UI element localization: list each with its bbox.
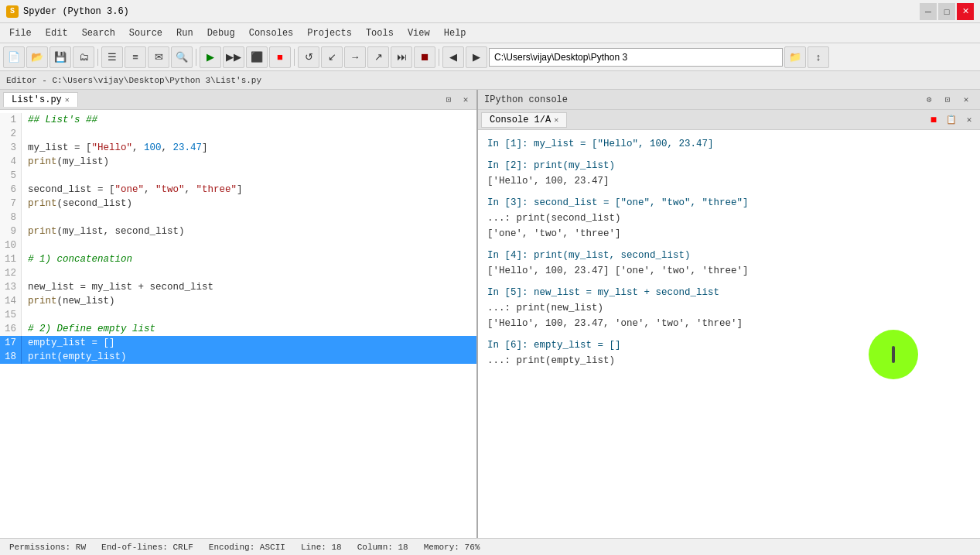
run-cell-button[interactable]: ⬛ [246,46,268,68]
code-line-10: 10 [0,238,476,252]
code-line-5: 5 [0,169,476,183]
code-line-18: 18 print(empty_list) [0,350,476,364]
console-block-4: In [4]: print(my_list, second_list) ['He… [487,248,971,279]
search-toolbar-button[interactable]: 🔍 [171,46,193,68]
code-line-14: 14 print(new_list) [0,294,476,308]
menu-debug[interactable]: Debug [201,26,241,40]
separator-1 [97,49,98,66]
separator-4 [439,49,439,66]
editor-tab-lists[interactable]: List's.py ✕ [3,92,78,107]
console-close-button[interactable]: ✕ [958,92,974,108]
console-undock-button[interactable]: ⊡ [940,92,955,108]
editor-tab-close[interactable]: ✕ [65,95,70,104]
menu-help[interactable]: Help [438,26,473,40]
menu-projects[interactable]: Projects [301,26,358,40]
preferences-button[interactable]: ☰ [101,46,123,68]
code-line-16: 16 # 2) Define empty list [0,322,476,336]
console-settings-button[interactable]: ⚙ [921,92,937,108]
console-block-1: In [1]: my_list = ["Hello", 100, 23.47] [487,136,971,152]
sync-button[interactable]: ↕ [808,46,829,68]
editor-path-bar: Editor - C:\Users\vijay\Desktop\Python 3… [0,71,980,90]
console-interrupt-button[interactable]: ✕ [961,112,977,128]
ipython-pane: IPython console ⚙ ⊡ ✕ Console 1/A ✕ ■ 📋 … [478,90,980,538]
console-block-3: In [3]: second_list = ["one", "two", "th… [487,195,971,242]
run-button[interactable]: ▶ [200,46,221,68]
menu-view[interactable]: View [401,26,436,40]
console-tabs-bar: Console 1/A ✕ ■ 📋 ✕ [478,110,980,130]
code-line-11: 11 # 1) concatenation [0,252,476,266]
code-line-17: 17 empty_list = [] [0,336,476,350]
save-file-button[interactable]: 💾 [50,46,71,68]
code-line-13: 13 new_list = my_list + second_list [0,280,476,294]
code-line-4: 4 print(my_list) [0,155,476,169]
forward-button[interactable]: ▶ [466,46,487,68]
new-file-button[interactable]: 📄 [3,46,25,68]
console-block-5: In [5]: new_list = my_list + second_list… [487,285,971,331]
code-line-2: 2 [0,127,476,141]
code-line-1: 1 ## List's ## [0,113,476,127]
menu-tools[interactable]: Tools [360,26,400,40]
step-into-button[interactable]: ↙ [321,46,343,68]
status-eol: End-of-lines: CRLF [101,543,193,552]
menu-source[interactable]: Source [123,26,169,40]
code-line-7: 7 print(second_list) [0,197,476,211]
status-encoding: Encoding: ASCII [209,543,285,552]
code-line-6: 6 second_list = ["one", "two", "three"] [0,183,476,197]
editor-close-pane-button[interactable]: ✕ [458,92,473,108]
open-file-button[interactable]: 📂 [26,46,48,68]
path-input[interactable] [489,48,783,67]
menu-edit[interactable]: Edit [39,26,74,40]
editor-tab-actions: ⊡ ✕ [441,92,473,108]
code-line-3: 3 my_list = ["Hello", 100, 23.47] [0,141,476,155]
console-block-2: In [2]: print(my_list) ['Hello', 100, 23… [487,158,971,189]
console-tab-close[interactable]: ✕ [554,115,558,125]
main-area: List's.py ✕ ⊡ ✕ 1 ## List's ## 2 3 my_li [0,90,980,538]
status-column: Column: 18 [357,543,408,552]
status-memory: Memory: 76% [424,543,480,552]
separator-2 [196,49,196,66]
continue-button[interactable]: ⏭ [391,46,412,68]
code-line-12: 12 [0,266,476,280]
titlebar: S Spyder (Python 3.6) ─ □ ✕ [0,0,980,23]
console-tab-1[interactable]: Console 1/A ✕ [481,112,567,128]
editor-tab-label: List's.py [12,94,62,105]
ipython-title: IPython console [484,94,568,105]
console-header-actions: ⚙ ⊡ ✕ [921,92,974,108]
stop-debug-button[interactable]: ⏹ [414,46,435,68]
step-over-button[interactable]: → [344,46,366,68]
minimize-button[interactable]: ─ [920,3,937,20]
code-line-9: 9 print(my_list, second_list) [0,224,476,238]
browse-button[interactable]: 📁 [784,46,806,68]
code-editor[interactable]: 1 ## List's ## 2 3 my_list = ["Hello", 1… [0,110,476,538]
editor-tabs: List's.py ✕ ⊡ ✕ [0,90,476,110]
outline-button[interactable]: ≡ [125,46,146,68]
console-clear-button[interactable]: 📋 [944,112,959,128]
console-stop-button[interactable]: ■ [926,112,941,128]
email-button[interactable]: ✉ [148,46,169,68]
status-bar: Permissions: RW End-of-lines: CRLF Encod… [0,538,980,555]
code-line-15: 15 [0,308,476,322]
save-all-button[interactable]: 🗂 [73,46,94,68]
menu-file[interactable]: File [3,26,38,40]
menu-run[interactable]: Run [170,26,200,40]
status-line: Line: 18 [301,543,342,552]
editor-undock-button[interactable]: ⊡ [441,92,456,108]
status-permissions: Permissions: RW [9,543,86,552]
stop-button[interactable]: ■ [269,46,291,68]
close-button[interactable]: ✕ [957,3,974,20]
run-file-button[interactable]: ▶▶ [223,46,244,68]
menu-search[interactable]: Search [76,26,121,40]
app-title: Spyder (Python 3.6) [23,6,129,17]
app-icon: S [6,5,19,18]
debug-run-button[interactable]: ↺ [298,46,319,68]
menu-consoles[interactable]: Consoles [243,26,300,40]
back-button[interactable]: ◀ [442,46,464,68]
editor-path-label: Editor - C:\Users\vijay\Desktop\Python 3… [6,76,261,85]
step-return-button[interactable]: ↗ [367,46,389,68]
toolbar: 📄 📂 💾 🗂 ☰ ≡ ✉ 🔍 ▶ ▶▶ ⬛ ■ ↺ ↙ → ↗ ⏭ ⏹ ◀ ▶… [0,43,980,71]
console-output-area: In [1]: my_list = ["Hello", 100, 23.47] … [478,130,980,538]
code-line-8: 8 [0,211,476,224]
console-block-6: In [6]: empty_list = [] ...: print(empty… [487,337,971,368]
maximize-button[interactable]: □ [938,3,955,20]
window-controls: ─ □ ✕ [920,3,974,20]
